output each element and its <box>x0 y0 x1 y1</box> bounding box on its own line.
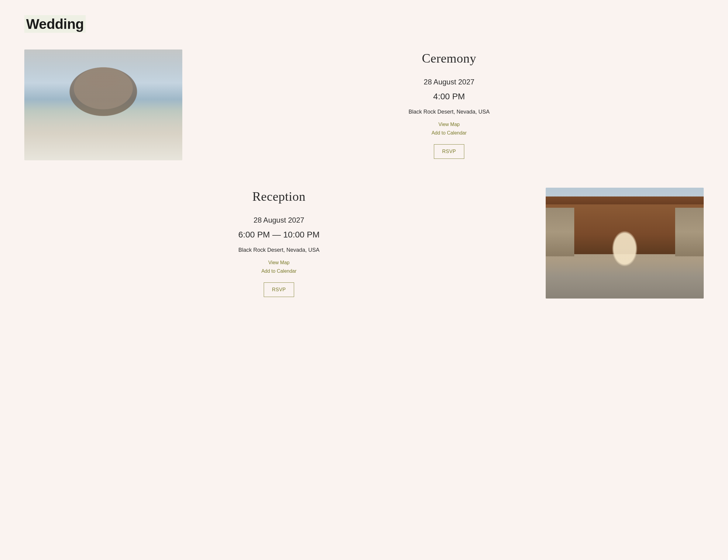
reception-date: 28 August 2027 <box>30 216 527 225</box>
ceremony-details: Ceremony 28 August 2027 4:00 PM Black Ro… <box>194 45 704 165</box>
reception-time: 6:00 PM — 10:00 PM <box>30 230 527 240</box>
reception-details: Reception 28 August 2027 6:00 PM — 10:00… <box>24 183 534 303</box>
reception-row: Reception 28 August 2027 6:00 PM — 10:00… <box>24 183 704 303</box>
ceremony-time: 4:00 PM <box>201 92 698 101</box>
ceremony-view-map-link[interactable]: View Map <box>201 122 698 127</box>
reception-location: Black Rock Desert, Nevada, USA <box>30 247 527 253</box>
ceremony-add-calendar-link[interactable]: Add to Calendar <box>201 130 698 136</box>
ceremony-location: Black Rock Desert, Nevada, USA <box>201 109 698 115</box>
reception-title: Reception <box>30 189 527 204</box>
reception-rsvp-button[interactable]: RSVP <box>264 282 294 297</box>
ceremony-row: Ceremony 28 August 2027 4:00 PM Black Ro… <box>24 45 704 165</box>
reception-add-calendar-link[interactable]: Add to Calendar <box>30 269 527 274</box>
reception-view-map-link[interactable]: View Map <box>30 260 527 266</box>
ceremony-image <box>24 50 182 160</box>
ceremony-title: Ceremony <box>201 51 698 66</box>
reception-image <box>546 188 704 298</box>
ceremony-rsvp-button[interactable]: RSVP <box>434 144 464 159</box>
page-title: Wedding <box>24 15 86 33</box>
ceremony-date: 28 August 2027 <box>201 78 698 86</box>
